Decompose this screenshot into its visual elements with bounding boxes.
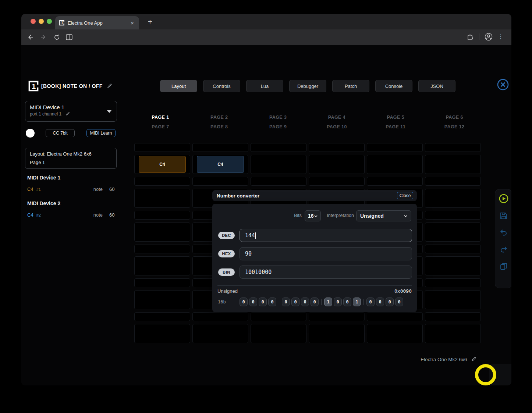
- back-icon[interactable]: [26, 33, 35, 42]
- bit-toggle-8[interactable]: 0: [311, 298, 319, 306]
- reload-icon[interactable]: [52, 33, 61, 42]
- paste-clipboard-icon[interactable]: [499, 262, 508, 271]
- grid-slot-label[interactable]: [192, 312, 248, 321]
- bit-toggle-15[interactable]: 0: [386, 298, 394, 306]
- bin-input[interactable]: 10010000: [240, 266, 412, 279]
- grid-slot-control[interactable]: [425, 324, 481, 343]
- page-tab-12[interactable]: PAGE 12: [425, 124, 484, 134]
- grid-slot-label[interactable]: [192, 177, 248, 186]
- grid-slot-label[interactable]: [425, 177, 481, 186]
- traffic-minimize-button[interactable]: [39, 19, 44, 24]
- bit-toggle-16[interactable]: 0: [395, 298, 403, 306]
- bit-toggle-9[interactable]: 1: [324, 298, 332, 306]
- new-tab-button[interactable]: +: [145, 17, 155, 27]
- browser-tab[interactable]: 1 Electra One App ×: [55, 16, 139, 29]
- bits-select[interactable]: 16: [305, 210, 321, 221]
- grid-slot-label[interactable]: [251, 143, 306, 152]
- bit-toggle-12[interactable]: 1: [353, 298, 361, 306]
- cc-7bit-button[interactable]: CC 7bit: [46, 129, 75, 137]
- grid-slot-label[interactable]: [309, 143, 365, 152]
- grid-slot-control[interactable]: [134, 222, 190, 242]
- page-tab-11[interactable]: PAGE 11: [366, 124, 425, 134]
- midi-learn-button[interactable]: MIDI Learn: [86, 129, 116, 137]
- grid-slot-control[interactable]: [192, 324, 248, 343]
- topnav-tab-debugger[interactable]: Debugger: [289, 80, 326, 92]
- traffic-close-button[interactable]: [31, 19, 36, 24]
- bit-toggle-7[interactable]: 0: [301, 298, 309, 306]
- bit-toggle-1[interactable]: 0: [240, 298, 248, 306]
- grid-slot-control[interactable]: [425, 189, 481, 208]
- page-tab-9[interactable]: PAGE 9: [249, 124, 308, 134]
- page-tab-8[interactable]: PAGE 8: [190, 124, 249, 134]
- profile-avatar-icon[interactable]: [485, 33, 493, 41]
- grid-slot-label[interactable]: [134, 312, 190, 321]
- device-color-dot[interactable]: [26, 129, 35, 138]
- grid-slot-control[interactable]: [251, 155, 306, 174]
- bit-toggle-14[interactable]: 0: [376, 298, 384, 306]
- grid-slot-label[interactable]: [251, 177, 306, 186]
- topnav-tab-console[interactable]: Console: [375, 80, 412, 92]
- bit-toggle-4[interactable]: 0: [268, 298, 276, 306]
- edit-preset-icon[interactable]: [107, 83, 112, 88]
- bit-toggle-3[interactable]: 0: [259, 298, 267, 306]
- page-tab-4[interactable]: PAGE 4: [307, 115, 366, 124]
- page-tab-1[interactable]: PAGE 1: [131, 115, 190, 124]
- control-label[interactable]: C4: [27, 212, 33, 218]
- grid-slot-label[interactable]: [134, 177, 190, 186]
- run-preset-icon[interactable]: [499, 194, 508, 203]
- topnav-tab-lua[interactable]: Lua: [246, 80, 283, 92]
- grid-slot-label[interactable]: [425, 312, 481, 321]
- grid-slot-control[interactable]: [367, 324, 423, 343]
- topnav-tab-layout[interactable]: Layout: [160, 80, 197, 92]
- grid-pad-2[interactable]: C4: [197, 156, 244, 173]
- close-editor-icon[interactable]: [496, 78, 510, 91]
- forward-icon[interactable]: [39, 33, 48, 42]
- grid-slot-control[interactable]: [251, 324, 306, 343]
- grid-slot-label[interactable]: [425, 143, 481, 152]
- grid-slot-label[interactable]: [367, 312, 423, 321]
- control-list-item[interactable]: C4#2note60: [27, 212, 117, 218]
- grid-slot-control[interactable]: [134, 256, 190, 275]
- grid-slot-control[interactable]: [134, 189, 190, 208]
- grid-slot-label[interactable]: [134, 245, 190, 253]
- topnav-tab-json[interactable]: JSON: [418, 80, 455, 92]
- grid-slot-label[interactable]: [309, 312, 365, 321]
- page-tab-3[interactable]: PAGE 3: [249, 115, 308, 124]
- dialog-titlebar[interactable]: Number converter Close: [212, 190, 417, 201]
- grid-slot-label[interactable]: [425, 278, 481, 287]
- bit-toggle-5[interactable]: 0: [282, 298, 290, 306]
- grid-pad-1[interactable]: C4: [139, 156, 186, 173]
- traffic-zoom-button[interactable]: [47, 19, 52, 24]
- grid-slot-control[interactable]: [425, 256, 481, 275]
- grid-slot-label[interactable]: [367, 143, 423, 152]
- grid-slot-label[interactable]: [134, 211, 190, 220]
- page-tab-7[interactable]: PAGE 7: [131, 124, 190, 134]
- grid-slot-control[interactable]: [425, 155, 481, 174]
- sidepanel-icon[interactable]: [65, 33, 74, 42]
- control-label[interactable]: C4: [27, 186, 33, 192]
- bit-toggle-2[interactable]: 0: [249, 298, 257, 306]
- grid-slot-control[interactable]: [425, 222, 481, 242]
- topnav-tab-controls[interactable]: Controls: [203, 80, 240, 92]
- grid-slot-label[interactable]: [134, 278, 190, 287]
- dialog-close-button[interactable]: Close: [397, 192, 413, 199]
- control-list-item[interactable]: C4#1note60: [27, 186, 117, 192]
- grid-slot-label[interactable]: [425, 211, 481, 220]
- undo-icon[interactable]: [499, 228, 508, 237]
- interpretation-select[interactable]: Unsigned: [356, 210, 411, 221]
- grid-slot-control[interactable]: [309, 155, 365, 174]
- dec-input[interactable]: 144: [240, 229, 412, 242]
- page-tab-5[interactable]: PAGE 5: [366, 115, 425, 124]
- grid-slot-control[interactable]: [367, 155, 423, 174]
- hex-input[interactable]: 90: [240, 247, 412, 260]
- device-selector[interactable]: MIDI Device 1 port 1 channel 1: [25, 101, 117, 122]
- save-icon[interactable]: [499, 211, 508, 220]
- page-tab-6[interactable]: PAGE 6: [425, 115, 484, 124]
- edit-hardware-icon[interactable]: [471, 356, 476, 362]
- grid-slot-label[interactable]: [192, 143, 248, 152]
- bit-toggle-11[interactable]: 0: [343, 298, 351, 306]
- grid-slot-label[interactable]: [134, 143, 190, 152]
- bit-toggle-6[interactable]: 0: [291, 298, 299, 306]
- topnav-tab-patch[interactable]: Patch: [332, 80, 369, 92]
- bit-toggle-13[interactable]: 0: [366, 298, 375, 306]
